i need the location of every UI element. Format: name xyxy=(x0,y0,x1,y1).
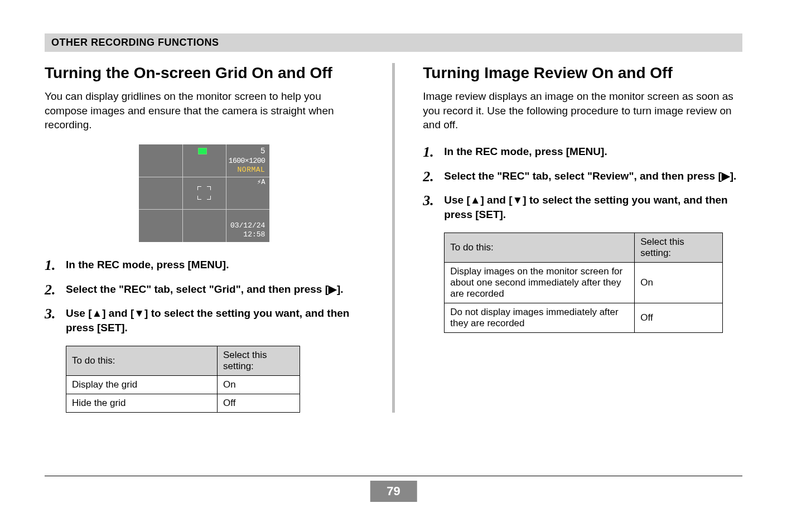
right-heading: Turning Image Review On and Off xyxy=(423,63,742,83)
table-header-row: To do this: Select this setting: xyxy=(66,346,300,376)
table-cell: On xyxy=(635,263,723,303)
right-column: Turning Image Review On and Off Image re… xyxy=(423,63,742,413)
table-header-cell: To do this: xyxy=(445,233,635,263)
table-header-row: To do this: Select this setting: xyxy=(445,233,723,263)
table-header-cell: Select this setting: xyxy=(635,233,723,263)
left-column: Turning the On-screen Grid On and Off Yo… xyxy=(45,63,364,413)
lcd-time: 12:58 xyxy=(243,230,265,239)
table-row: Display the grid On xyxy=(66,376,300,394)
step-text: In the REC mode, press [MENU]. xyxy=(66,259,229,270)
grid-line xyxy=(226,144,226,242)
footer-rule xyxy=(45,476,742,476)
step-text: Use [▲] and [▼] to select the setting yo… xyxy=(444,194,727,220)
step-item: 3Use [▲] and [▼] to select the setting y… xyxy=(423,193,742,221)
settings-table-review: To do this: Select this setting: Display… xyxy=(444,233,723,333)
grid-line xyxy=(139,209,269,210)
table-header-cell: Select this setting: xyxy=(218,346,300,376)
table-cell: Display images on the monitor screen for… xyxy=(445,263,635,303)
table-cell: Off xyxy=(218,394,300,413)
page-number: 79 xyxy=(370,481,417,502)
lcd-quality: NORMAL xyxy=(238,166,265,174)
step-item: 2Select the "REC" tab, select "Review", … xyxy=(423,169,742,183)
lcd-focus-frame xyxy=(197,186,211,200)
table-cell: Do not display images immediately after … xyxy=(445,303,635,333)
grid-line xyxy=(139,177,269,177)
step-item: 3Use [▲] and [▼] to select the setting y… xyxy=(45,306,364,335)
lcd-screenshot: 5 1600×1200 NORMAL ⚡A 03/12/24 12:58 xyxy=(45,144,364,242)
table-cell: On xyxy=(218,376,300,394)
step-item: 1In the REC mode, press [MENU]. xyxy=(423,144,742,159)
table-cell: Off xyxy=(635,303,723,333)
lcd-date: 03/12/24 xyxy=(230,221,265,230)
mode-icon xyxy=(198,148,207,154)
step-text: Select the "REC" tab, select "Grid", and… xyxy=(66,283,344,295)
lcd-flash-icon: ⚡A xyxy=(257,178,265,186)
step-text: In the REC mode, press [MENU]. xyxy=(444,146,607,157)
settings-table-grid: To do this: Select this setting: Display… xyxy=(66,346,300,413)
grid-line xyxy=(182,144,183,242)
table-row: Display images on the monitor screen for… xyxy=(445,263,723,303)
step-item: 1In the REC mode, press [MENU]. xyxy=(45,258,364,272)
step-item: 2Select the "REC" tab, select "Grid", an… xyxy=(45,282,364,297)
column-separator xyxy=(392,63,395,413)
table-row: Do not display images immediately after … xyxy=(445,303,723,333)
table-header-cell: To do this: xyxy=(66,346,218,376)
table-cell: Hide the grid xyxy=(66,394,218,413)
left-heading: Turning the On-screen Grid On and Off xyxy=(45,63,364,83)
right-paragraph: Image review displays an image on the mo… xyxy=(423,89,742,132)
table-cell: Display the grid xyxy=(66,376,218,394)
table-row: Hide the grid Off xyxy=(66,394,300,413)
step-text: Select the "REC" tab, select "Review", a… xyxy=(444,170,736,182)
left-paragraph: You can display gridlines on the monitor… xyxy=(45,89,364,132)
lcd-shot-count: 5 xyxy=(260,147,265,156)
step-text: Use [▲] and [▼] to select the setting yo… xyxy=(66,307,349,333)
section-bar: OTHER RECORDING FUNCTIONS xyxy=(45,33,742,52)
lcd-resolution: 1600×1200 xyxy=(229,157,265,165)
